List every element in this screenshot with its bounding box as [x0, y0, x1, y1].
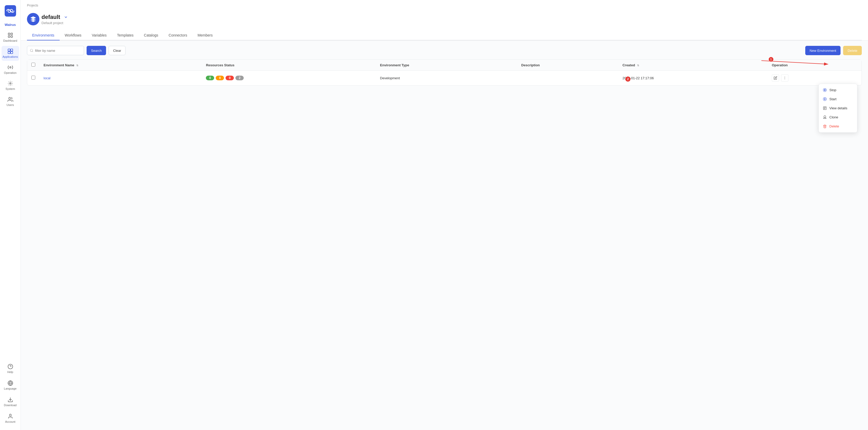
sort-icon-created: ⇅ [637, 64, 639, 67]
project-name-group: default Default project [41, 14, 70, 25]
search-button[interactable]: Search [87, 46, 106, 55]
sidebar-item-dashboard[interactable]: Dashboard [2, 30, 19, 45]
sidebar: Walrus Dashboard Applications Operation [0, 0, 21, 430]
svg-rect-4 [11, 36, 12, 37]
edit-button[interactable] [772, 74, 779, 81]
row-name-cell: local [39, 71, 202, 86]
tab-environments[interactable]: Environments [27, 31, 60, 40]
th-environment-type: Environment Type [376, 60, 517, 71]
delete-icon [823, 124, 827, 128]
tab-variables[interactable]: Variables [87, 31, 112, 40]
sidebar-item-account[interactable]: Account [2, 411, 19, 426]
operation-cell: Stop Start [772, 74, 857, 81]
menu-view-details-label: View details [829, 106, 847, 110]
sidebar-item-operation-label: Operation [4, 71, 16, 74]
row-type-cell: Development [376, 71, 517, 86]
menu-delete-label: Delete [829, 124, 839, 128]
sidebar-item-account-label: Account [5, 420, 16, 423]
select-all-checkbox[interactable] [31, 63, 35, 67]
svg-point-19 [784, 77, 785, 77]
svg-rect-1 [8, 33, 9, 35]
sidebar-item-help[interactable]: Help [2, 361, 19, 376]
badge-orange: 0 [216, 76, 224, 80]
search-icon [30, 49, 33, 52]
tab-catalogs[interactable]: Catalogs [139, 31, 163, 40]
logo[interactable] [3, 3, 18, 19]
table-header: Environment Name ⇅ Resources Status Envi… [27, 60, 862, 71]
env-name-link[interactable]: local [43, 76, 51, 80]
svg-rect-7 [8, 52, 10, 54]
row-checkbox[interactable] [31, 76, 35, 79]
tab-connectors[interactable]: Connectors [163, 31, 192, 40]
project-description: Default project [41, 21, 70, 25]
content-area: Search Clear New Environment Delete Envi… [21, 41, 868, 430]
row-operation-cell: Stop Start [768, 71, 862, 86]
search-input[interactable] [35, 49, 81, 53]
menu-item-stop[interactable]: Stop [819, 86, 857, 95]
project-dropdown-trigger[interactable] [62, 14, 70, 20]
environments-table-container: Environment Name ⇅ Resources Status Envi… [27, 59, 862, 86]
view-details-icon [823, 106, 827, 110]
clone-icon [823, 115, 827, 119]
row-description-cell [517, 71, 618, 86]
menu-start-label: Start [829, 97, 836, 101]
menu-item-delete[interactable]: Delete [819, 122, 857, 131]
toolbar: Search Clear New Environment Delete [27, 46, 862, 55]
tabs: Environments Workflows Variables Templat… [27, 31, 862, 40]
context-menu: Stop Start [818, 84, 857, 133]
sidebar-item-language[interactable]: Language [2, 378, 19, 393]
environments-table: Environment Name ⇅ Resources Status Envi… [27, 60, 862, 85]
svg-rect-8 [10, 52, 12, 54]
menu-item-start[interactable]: Start [819, 95, 857, 104]
sidebar-item-users[interactable]: Users [2, 94, 19, 109]
svg-point-9 [9, 67, 11, 68]
search-input-wrapper [27, 46, 84, 55]
project-header-row: default Default project [27, 10, 862, 30]
annotation-badge-1: 1 [769, 57, 773, 62]
menu-stop-label: Stop [829, 88, 836, 92]
tab-members[interactable]: Members [192, 31, 218, 40]
sidebar-item-system[interactable]: System [2, 78, 19, 93]
svg-rect-5 [8, 49, 10, 51]
sidebar-item-applications[interactable]: Applications [2, 46, 19, 61]
edit-icon [774, 76, 777, 80]
header: Projects default Default project [21, 0, 868, 41]
stop-icon [823, 88, 827, 92]
menu-item-view-details[interactable]: View details [819, 104, 857, 113]
sidebar-item-operation[interactable]: Operation [2, 62, 19, 77]
th-operation: Operation [768, 60, 862, 71]
th-environment-name[interactable]: Environment Name ⇅ [39, 60, 202, 71]
svg-rect-3 [8, 36, 9, 37]
tab-templates[interactable]: Templates [112, 31, 139, 40]
row-checkbox-cell [27, 71, 39, 86]
svg-point-11 [8, 97, 10, 99]
th-created[interactable]: Created ⇅ 1 [618, 60, 768, 71]
menu-item-clone[interactable]: Clone [819, 113, 857, 122]
more-actions-button[interactable] [781, 74, 788, 81]
env-created: 2024-01-22 17:17:06 [622, 76, 654, 80]
project-avatar [27, 13, 39, 25]
logo-text: Walrus [5, 23, 16, 27]
th-resources-status: Resources Status [202, 60, 376, 71]
sort-icon-name: ⇅ [76, 64, 78, 67]
env-type: Development [380, 76, 400, 80]
svg-point-20 [784, 78, 785, 78]
th-checkbox [27, 60, 39, 71]
badge-gray: 2 [236, 76, 244, 80]
start-icon [823, 97, 827, 101]
delete-button[interactable]: Delete [843, 46, 862, 55]
sidebar-item-download[interactable]: Download [2, 394, 19, 409]
tab-workflows[interactable]: Workflows [60, 31, 87, 40]
clear-button[interactable]: Clear [108, 46, 125, 55]
badge-red: 0 [225, 76, 234, 80]
row-created-cell: 2024-01-22 17:17:06 [618, 71, 768, 86]
status-badges: 0 0 0 2 [206, 76, 372, 80]
sidebar-item-language-label: Language [4, 387, 17, 390]
row-status-cell: 0 0 0 2 [202, 71, 376, 86]
svg-rect-2 [11, 33, 12, 35]
table-body: local 0 0 0 2 Development [27, 71, 862, 86]
svg-point-10 [9, 82, 11, 84]
sidebar-item-help-label: Help [7, 370, 13, 373]
new-environment-button[interactable]: New Environment [805, 46, 841, 55]
svg-point-21 [784, 79, 785, 79]
